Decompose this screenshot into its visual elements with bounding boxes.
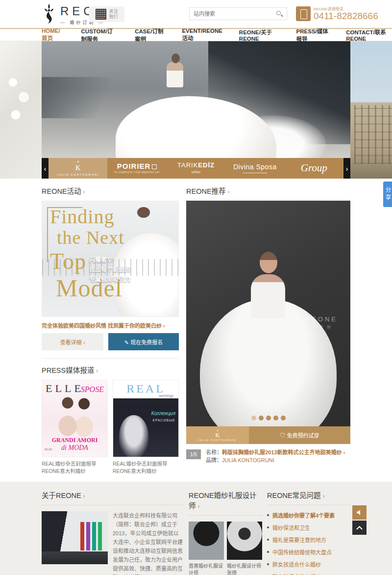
brand-name: Group — [301, 162, 327, 174]
follow-qr-box[interactable]: 关注 我们 — [89, 6, 124, 22]
photo-watermark: REONE 婚 纱 订 制 — [305, 314, 338, 329]
dress-name-link[interactable]: 韩版抹胸婚纱礼服2013新款韩式公主齐地甜美婚纱 › — [222, 449, 345, 455]
designer-photo[interactable] — [227, 522, 262, 560]
cover-title: REAL — [113, 382, 178, 395]
chevron-up-icon — [356, 526, 363, 532]
designer-name: 张琦 — [227, 570, 262, 575]
cover-price: €3,50 — [45, 448, 52, 451]
dot-4[interactable] — [273, 416, 278, 420]
poirier-logo-icon — [152, 164, 157, 169]
julia-k-logo-icon: K — [75, 160, 81, 172]
designer-title: 婚纱礼服设计师 — [227, 563, 262, 570]
magazine-cover-real-weddings[interactable]: REAL weddings Коллекция КРАСИВЫЕ — [113, 380, 179, 457]
designer-title: 首席婚纱礼服设计师 — [189, 563, 224, 575]
faq-item[interactable]: 挑选婚纱你要了解4个要素 — [267, 511, 350, 519]
pager-badge: 1/5 — [186, 449, 201, 459]
speaker-icon — [357, 510, 363, 515]
activity-poster[interactable]: Finding the Next Top Model 闪耀奢华 找出每个新娘的 … — [42, 201, 179, 317]
nav-home[interactable]: HOME/首页 — [42, 28, 65, 42]
brand-name: JULIA KONTOGRUNI — [198, 439, 238, 442]
chevron-right-icon: › — [96, 367, 98, 374]
search-input[interactable] — [190, 8, 273, 20]
cover-subtitle: weddings — [159, 394, 173, 397]
brand-next-button[interactable]: › — [343, 158, 350, 179]
magazine-cover-elle-spose[interactable]: ELLESPOSE GRANDI AMORI di MODA €3,50 — [42, 380, 108, 457]
cover-russian-line-1: Коллекция — [151, 411, 175, 416]
brand-poirier[interactable]: POIRIER TO COMPLETE YOUR WEDDING DAY — [107, 158, 166, 179]
recommend-photo[interactable]: REONE 婚 纱 订 制 — [186, 201, 350, 426]
brand-tagline: TO COMPLETE YOUR WEDDING DAY — [114, 172, 160, 174]
nav-custom[interactable]: CUSTOM/订制服务 — [81, 27, 119, 43]
nav-case[interactable]: CASE/订制案例 — [135, 27, 165, 43]
chevron-right-icon: › — [323, 493, 325, 499]
logo-peacock-icon — [42, 3, 56, 26]
dot-3[interactable] — [266, 416, 271, 420]
faq-item[interactable]: 婚礼是需要注意的地方 — [267, 536, 350, 544]
brand-prev-button[interactable]: ‹ — [42, 158, 49, 179]
faq-item[interactable]: 婚纱保洁和卫生 — [267, 523, 350, 531]
back-to-top-button[interactable] — [352, 521, 367, 535]
share-button[interactable]: 分享 — [383, 182, 392, 207]
chevron-right-icon: › — [198, 503, 200, 510]
free-tryon-button[interactable]: ♡ 免费预约试穿 — [249, 426, 350, 444]
store-photo[interactable] — [42, 511, 108, 564]
free-signup-button[interactable]: ✎ 现在免费报名 — [108, 333, 179, 350]
activity-heading: REONE活动 — [42, 187, 81, 195]
nav-press[interactable]: PRESS/媒体报导 — [296, 27, 330, 43]
dot-2[interactable] — [259, 416, 264, 420]
faq-item[interactable]: 胖女孩适合什么婚纱 — [267, 560, 350, 568]
brand-name-bold: EDİZ — [198, 161, 215, 169]
brand-name: TARIK — [177, 161, 198, 169]
recommend-brand-cell[interactable]: K JULIA KONTOGRUNI — [186, 426, 249, 444]
dot-5[interactable] — [281, 416, 286, 420]
recommend-bride-head — [260, 252, 277, 273]
carousel-dots — [186, 416, 350, 420]
designer-card: 首席婚纱礼服设计师 陈墨 — [189, 522, 224, 575]
cover-caption[interactable]: REAL婚纱杂志封面报导REONE意大利婚纱 — [42, 460, 108, 475]
poster-cn-line-1: 闪耀奢华 — [89, 255, 130, 265]
recommend-bride-figure — [251, 274, 285, 318]
brand-group[interactable]: Group — [285, 158, 343, 179]
cover-caption[interactable]: REAL婚纱杂志封面报导REONE意大利婚纱 — [113, 460, 179, 475]
sound-button[interactable] — [352, 505, 367, 520]
about-text: 大连联合企邦科技有限公司（简称：联合企邦）成立于2013，年公司成立伊始就以大连… — [113, 511, 184, 575]
brand-julia-kontogruni[interactable]: K JULIA KONTOGRUNI — [49, 158, 107, 179]
chevron-right-icon: › — [83, 493, 85, 499]
main-nav: HOME/首页 CUSTOM/订制服务 CASE/订制案例 EVENT/REON… — [0, 28, 392, 41]
hotline-number: 0411-82828666 — [314, 11, 378, 22]
cover-dress-decoration — [119, 415, 148, 457]
brand-name: Divina Sposa — [233, 163, 277, 171]
designer-card: 婚纱礼服设计师 张琦 — [227, 522, 262, 575]
cover-models-decoration — [56, 395, 95, 439]
site-search — [189, 7, 287, 20]
nav-event[interactable]: EVENT/REONE活动 — [182, 28, 222, 42]
julia-k-logo-icon: K — [215, 429, 220, 438]
activity-link[interactable]: 完全体验欧美四国婚纱风情 找到属于你的欧美白纱 › — [42, 321, 179, 329]
brand-divina-sposa[interactable]: Divina Sposa — [225, 158, 284, 179]
hero-bride-head — [172, 53, 180, 63]
brand-subline: white — [191, 170, 201, 175]
hero-slide-left-preview[interactable] — [0, 41, 42, 179]
cover-russian-line-2: КРАСИВЫЕ — [153, 418, 175, 422]
nav-contact[interactable]: CONTACT/联系REONE — [346, 28, 392, 42]
press-heading: PRESS媒体报道 — [42, 366, 94, 374]
brand-name: JULIA KONTOGRUNI — [57, 173, 99, 176]
hero-slide-right-preview[interactable] — [350, 41, 392, 179]
faq-item[interactable]: 胖女孩适合什么婚纱 — [267, 573, 350, 575]
view-detail-button[interactable]: 查看详细 › — [42, 333, 103, 350]
divider — [42, 358, 179, 359]
name-label: 名称： — [206, 449, 222, 455]
recommend-caption: 1/5 名称：韩版抹胸婚纱礼服2013新款韩式公主齐地甜美婚纱 › 品牌：JUL… — [186, 448, 350, 464]
brand-value: JULIA KONTOGRUNI — [222, 457, 274, 463]
nav-about[interactable]: REONE/关于REONE — [239, 28, 280, 42]
dot-1[interactable] — [251, 416, 256, 420]
follow-label-2: 我们 — [109, 14, 118, 20]
brand-name: POIRIER — [117, 162, 151, 171]
faq-item[interactable]: 中国传统结婚信物大盘点 — [267, 548, 350, 556]
watermark-sub: 婚 纱 订 制 — [305, 324, 338, 329]
chevron-right-icon: › — [83, 188, 85, 195]
brand-tarik-ediz[interactable]: TARIKEDİZ white — [167, 158, 225, 179]
search-button[interactable] — [273, 8, 287, 20]
hotline: REONE咨询电话 0411-82828666 — [296, 6, 378, 22]
designer-photo[interactable] — [189, 522, 224, 560]
